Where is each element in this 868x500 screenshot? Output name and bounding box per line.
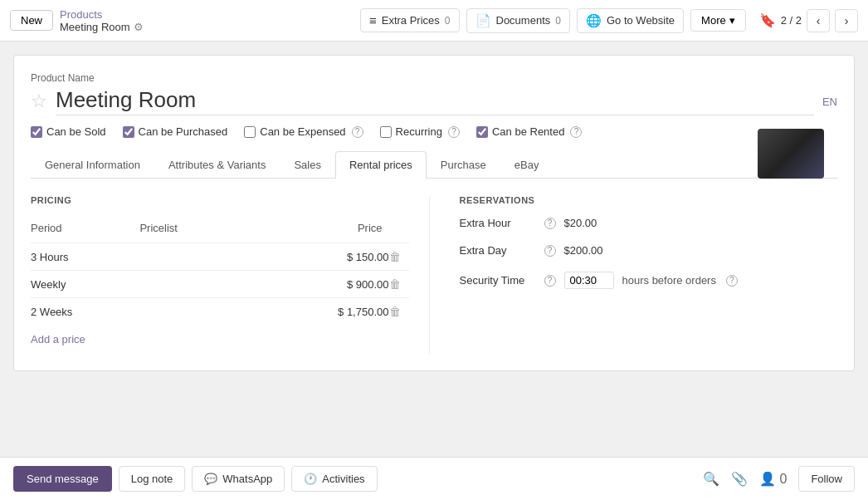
- expensed-help-icon[interactable]: ?: [352, 126, 363, 138]
- can-be-sold-input[interactable]: [31, 126, 42, 138]
- tab-ebay[interactable]: eBay: [500, 151, 553, 178]
- pricelist-cell: [139, 298, 256, 326]
- lang-badge[interactable]: EN: [822, 96, 837, 108]
- breadcrumb-parent[interactable]: Products: [60, 8, 144, 21]
- recurring-input[interactable]: [380, 126, 392, 138]
- add-price-link[interactable]: Add a price: [31, 325, 85, 354]
- extra-hour-value: $20.00: [564, 217, 597, 229]
- recurring-help-icon[interactable]: ?: [448, 126, 460, 138]
- extra-prices-button[interactable]: ≡ Extra Prices 0: [360, 8, 460, 32]
- topbar-center: ≡ Extra Prices 0 📄 Documents 0 🌐 Go to W…: [360, 8, 746, 33]
- log-note-button[interactable]: Log note: [119, 466, 186, 492]
- period-cell: 2 Weeks: [31, 298, 139, 326]
- can-be-sold-label: Can be Sold: [46, 125, 106, 138]
- can-be-rented-label: Can be Rented: [492, 125, 564, 138]
- activities-button[interactable]: 🕐 Activities: [291, 466, 377, 492]
- documents-icon: 📄: [475, 13, 491, 28]
- pagination-label: 2 / 2: [781, 14, 802, 27]
- security-time-help-icon[interactable]: ?: [544, 275, 556, 287]
- hours-before-orders-label: hours before orders: [622, 274, 716, 287]
- product-title-row: ☆ EN: [31, 87, 837, 115]
- pricelist-cell: [139, 243, 256, 271]
- delete-icon[interactable]: 🗑: [389, 250, 401, 263]
- tab-rental-prices[interactable]: Rental prices: [335, 151, 427, 179]
- delete-icon[interactable]: 🗑: [389, 305, 401, 318]
- star-icon[interactable]: ☆: [31, 91, 47, 112]
- go-to-website-label: Go to Website: [607, 14, 675, 27]
- whatsapp-icon: 💬: [204, 473, 217, 485]
- documents-button[interactable]: 📄 Documents 0: [466, 8, 570, 33]
- delete-icon[interactable]: 🗑: [389, 277, 401, 291]
- new-button[interactable]: New: [10, 10, 53, 31]
- documents-count: 0: [555, 15, 561, 27]
- topbar-left: New Products Meeting Room ⚙: [10, 8, 144, 33]
- more-button[interactable]: More ▾: [690, 9, 746, 32]
- price-cell: $ 1,750.00: [256, 298, 388, 326]
- extra-hour-help-icon[interactable]: ?: [544, 218, 556, 229]
- security-time-label: Security Time: [460, 274, 534, 287]
- table-row: 3 Hours $ 150.00 🗑: [31, 243, 409, 271]
- pricelist-cell: [139, 271, 256, 298]
- action-col-header: [389, 217, 409, 243]
- extra-day-row: Extra Day ? $200.00: [460, 244, 838, 257]
- extra-prices-icon: ≡: [369, 13, 377, 27]
- go-to-website-button[interactable]: 🌐 Go to Website: [577, 8, 684, 33]
- can-be-rented-checkbox[interactable]: Can be Rented ?: [476, 125, 582, 138]
- breadcrumb-current-row: Meeting Room ⚙: [60, 21, 144, 33]
- content-panels: PRICING Period Pricelist Price 3 Hours: [31, 195, 837, 354]
- user-icon[interactable]: 👤 0: [759, 471, 787, 487]
- clock-icon: 🕐: [304, 473, 317, 485]
- delete-cell: 🗑: [389, 243, 409, 271]
- orders-help-icon[interactable]: ?: [726, 275, 738, 287]
- bottombar: Send message Log note 💬 WhatsApp 🕐 Activ…: [0, 457, 868, 500]
- product-card: Product Name ☆ EN Can be Sold Can be Pur…: [13, 55, 855, 371]
- prev-button[interactable]: ‹: [807, 9, 830, 32]
- extra-day-help-icon[interactable]: ?: [544, 245, 556, 257]
- extra-day-value: $200.00: [564, 244, 603, 257]
- can-be-purchased-input[interactable]: [123, 126, 134, 138]
- bookmark-icon[interactable]: 🔖: [759, 12, 776, 28]
- tab-purchase[interactable]: Purchase: [427, 151, 500, 178]
- activities-label: Activities: [322, 473, 364, 485]
- recurring-label: Recurring: [396, 125, 442, 138]
- extra-prices-label: Extra Prices: [382, 14, 440, 27]
- tab-general-information[interactable]: General Information: [31, 151, 154, 178]
- can-be-sold-checkbox[interactable]: Can be Sold: [31, 125, 106, 138]
- price-cell: $ 900.00: [256, 271, 388, 298]
- delete-cell: 🗑: [389, 271, 409, 298]
- can-be-purchased-label: Can be Purchased: [139, 125, 228, 138]
- pricing-table: Period Pricelist Price 3 Hours $ 150.00 …: [31, 217, 409, 325]
- can-be-expensed-input[interactable]: [244, 126, 256, 138]
- rented-help-icon[interactable]: ?: [570, 126, 582, 138]
- tabs: General Information Attributes & Variant…: [31, 151, 837, 179]
- tab-sales[interactable]: Sales: [280, 151, 335, 178]
- price-cell: $ 150.00: [256, 243, 388, 271]
- paperclip-icon[interactable]: 📎: [731, 471, 748, 487]
- can-be-rented-input[interactable]: [476, 126, 488, 138]
- search-icon[interactable]: 🔍: [703, 471, 719, 487]
- price-col-header: Price: [256, 217, 388, 243]
- next-button[interactable]: ›: [835, 9, 858, 32]
- globe-icon: 🌐: [586, 13, 602, 28]
- can-be-expensed-checkbox[interactable]: Can be Expensed ?: [244, 125, 363, 138]
- reservations-panel: RESERVATIONS Extra Hour ? $20.00 Extra D…: [430, 195, 838, 354]
- pricing-section-title: PRICING: [31, 195, 409, 205]
- pricelist-col-header: Pricelist: [139, 217, 256, 243]
- pagination: 2 / 2: [781, 14, 802, 27]
- follow-button[interactable]: Follow: [798, 466, 855, 492]
- followers-count: 0: [780, 472, 788, 486]
- can-be-purchased-checkbox[interactable]: Can be Purchased: [123, 125, 228, 138]
- recurring-checkbox[interactable]: Recurring ?: [380, 125, 460, 138]
- topbar-right: 🔖 2 / 2 ‹ ›: [759, 9, 858, 32]
- gear-icon[interactable]: ⚙: [134, 21, 144, 33]
- tab-attributes-variants[interactable]: Attributes & Variants: [154, 151, 280, 178]
- extra-hour-row: Extra Hour ? $20.00: [460, 217, 838, 229]
- period-col-header: Period: [31, 217, 139, 243]
- checkboxes-row: Can be Sold Can be Purchased Can be Expe…: [31, 125, 837, 138]
- product-title-input[interactable]: [56, 87, 814, 115]
- documents-label: Documents: [496, 14, 551, 27]
- security-time-input[interactable]: [564, 272, 614, 289]
- whatsapp-button[interactable]: 💬 WhatsApp: [192, 466, 285, 492]
- reservations-section-title: RESERVATIONS: [460, 195, 838, 205]
- send-message-button[interactable]: Send message: [13, 466, 112, 492]
